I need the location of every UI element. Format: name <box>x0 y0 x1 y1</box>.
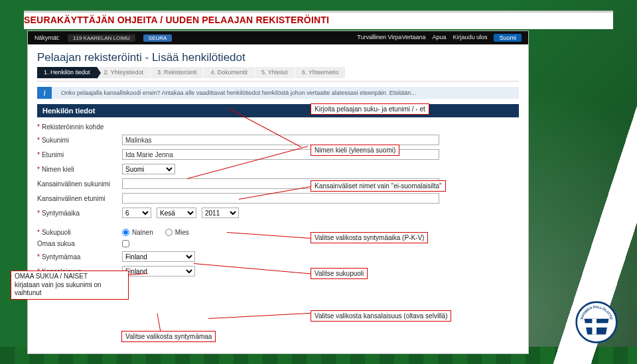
nav-lang-button[interactable]: Suomi <box>494 34 522 42</box>
nav-link[interactable]: Kirjaudu ulos <box>453 34 487 42</box>
callout-maiden-name: OMAA SUKUA / NAISET kirjataan vain jos s… <box>11 271 129 300</box>
input-kv-etunimi[interactable] <box>122 193 439 204</box>
page-heading: Pelaajan rekisteröinti - Lisää henkilöti… <box>28 44 528 67</box>
row-syntymaa: Syntymämaa Finland <box>37 249 519 264</box>
checkbox-omaa-sukua[interactable] <box>122 240 129 247</box>
info-banner: i Onko pelaajalla kansalliskoodi ensin? … <box>37 87 519 99</box>
row-kv-etunimi: Kansainvälinen etunimi <box>37 191 519 206</box>
slide-title: SEURAKÄYTTÄJÄN OHJEITA / UUDEN PELAAJAN … <box>24 15 329 25</box>
step-5[interactable]: 5. Yhteisö <box>255 67 295 78</box>
callout-dob: Valitse valikosta syntymäaika (P-K-V) <box>311 232 428 243</box>
label-omaa-sukua: Omaa sukua <box>37 240 117 247</box>
row-rekisterointi: Rekisteröinnin kohde <box>37 121 519 133</box>
slide-title-bar: SEURAKÄYTTÄJÄN OHJEITA / UUDEN PELAAJAN … <box>24 11 613 29</box>
svg-rect-3 <box>592 319 597 335</box>
step-4[interactable]: 4. Dokumentit <box>204 67 255 78</box>
select-kansalaisuus[interactable]: Finland <box>122 266 195 276</box>
radio-mies[interactable]: Mies <box>165 229 189 236</box>
select-month[interactable]: Kesä <box>157 208 196 218</box>
row-omaa-sukua: Omaa sukua <box>37 238 519 249</box>
select-syntymaa[interactable]: Finland <box>122 251 195 262</box>
step-6[interactable]: 6. Yhteenveto <box>295 67 346 78</box>
radio-nainen[interactable]: Nainen <box>122 229 153 236</box>
callout-birthcountry: Valitse valikosta syntymämaa <box>121 331 216 342</box>
row-kieli: Nimen kieli Suomi <box>37 162 519 176</box>
wizard-steps: 1. Henkilön tiedot 2. Yhteystiedot 3. Re… <box>28 67 528 78</box>
row-kv-sukunimi: Kansainvälinen sukunimi <box>37 176 519 191</box>
step-2[interactable]: 2. Yhteystiedot <box>98 67 151 78</box>
callout-nationality: Valitse valikosta kansalaisuus (oltava s… <box>311 310 451 322</box>
app-top-nav: Näkymät: 119 KAARELAN LOIMU SEURA Turval… <box>28 31 528 44</box>
label-kieli: Nimen kieli <box>37 166 117 173</box>
label-sukupuoli: Sukupuoli <box>37 229 117 236</box>
select-day[interactable]: 6 <box>122 208 151 218</box>
federation-logo: SUOMEN PALLOLIITTO <box>575 300 618 344</box>
nav-link[interactable]: Turvallinen VirpaVertaana <box>357 34 425 42</box>
callout-names: Kirjoita pelaajan suku- ja etunimi / - e… <box>311 103 429 115</box>
label-syntymaa: Syntymämaa <box>37 253 117 261</box>
step-3[interactable]: 3. Rekisteröinti <box>151 67 204 78</box>
info-icon: i <box>37 87 52 99</box>
label-kv-etunimi: Kansainvälinen etunimi <box>37 195 117 202</box>
callout-lang: Nimen kieli (yleensä suomi) <box>311 145 399 156</box>
label-syntymaaika: Syntymäaika <box>37 210 117 217</box>
nav-seura-button[interactable]: SEURA <box>143 34 173 42</box>
row-syntymaaika: Syntymäaika 6 Kesä 2011 <box>37 206 519 220</box>
section-header: Henkilön tiedot <box>37 104 519 117</box>
select-year[interactable]: 2011 <box>202 208 239 218</box>
step-1[interactable]: 1. Henkilön tiedot <box>37 67 98 78</box>
callout-gender: Valitse sukupuoli <box>311 268 368 279</box>
label-sukunimi: Sukunimi <box>37 137 117 144</box>
label-kv-sukunimi: Kansainvälinen sukunimi <box>37 180 117 188</box>
select-kieli[interactable]: Suomi <box>122 164 175 174</box>
label-rekisterointi: Rekisteröinnin kohde <box>37 123 117 131</box>
info-text: Onko pelaajalla kansalliskoodi ensin? An… <box>57 87 420 99</box>
nav-view-value[interactable]: 119 KAARELAN LOIMU <box>68 34 135 42</box>
label-etunimi: Etunimi <box>37 151 117 158</box>
callout-international: Kansainväliset nimet vain "ei-suomalaisi… <box>311 180 446 192</box>
form-area: Rekisteröinnin kohde Sukunimi Etunimi Ni… <box>37 117 519 278</box>
nav-view-label: Näkymät: <box>35 34 60 41</box>
nav-link[interactable]: Apua <box>432 34 446 42</box>
